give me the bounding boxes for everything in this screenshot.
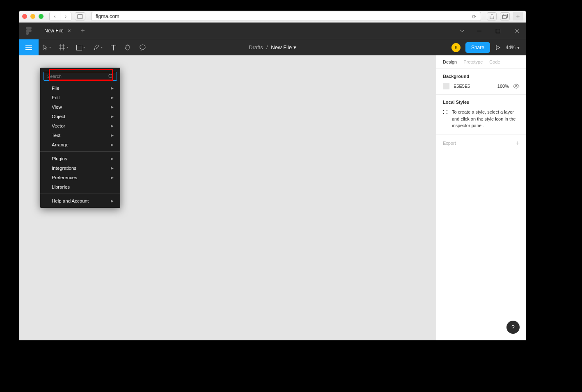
menu-search-box[interactable] (44, 72, 117, 81)
nav-buttons: ‹ › (49, 12, 71, 21)
chevron-right-icon: ▶ (111, 199, 114, 203)
figma-logo-icon[interactable] (19, 27, 39, 35)
menu-item-vector[interactable]: Vector▶ (40, 121, 120, 130)
hamburger-icon (25, 45, 32, 50)
menu-item-arrange[interactable]: Arrange▶ (40, 140, 120, 149)
local-styles-section: Local Styles To create a style, select a… (436, 95, 526, 134)
close-window-dot[interactable] (22, 14, 27, 19)
close-tab-icon[interactable]: × (68, 27, 71, 34)
breadcrumb-current[interactable]: New File▾ (271, 44, 296, 50)
close-icon[interactable] (507, 23, 526, 39)
menu-separator (40, 194, 120, 194)
menu-item-plugins[interactable]: Plugins▶ (40, 154, 120, 163)
chevron-right-icon: ▶ (111, 175, 114, 180)
menu-item-integrations[interactable]: Integrations▶ (40, 163, 120, 173)
add-export-icon[interactable]: + (516, 139, 520, 147)
new-tab-browser-button[interactable]: + (513, 12, 523, 21)
breadcrumb: Drafts / New File▾ (249, 44, 296, 50)
tab-prototype[interactable]: Prototype (463, 59, 483, 64)
move-tool[interactable]: ▾ (39, 39, 55, 56)
main-menu-button[interactable] (19, 39, 39, 56)
svg-rect-4 (477, 31, 481, 31)
svg-rect-6 (77, 45, 82, 50)
svg-point-3 (29, 30, 32, 32)
frame-tool[interactable]: ▾ (55, 39, 72, 56)
main-menu-dropdown: File▶Edit▶View▶Object▶Vector▶Text▶Arrang… (40, 68, 120, 208)
text-tool[interactable] (107, 39, 120, 56)
menu-item-help-and-account[interactable]: Help and Account▶ (40, 196, 120, 205)
styles-grid-icon (443, 109, 448, 129)
chevron-right-icon: ▶ (111, 143, 114, 147)
svg-rect-2 (502, 16, 506, 19)
menu-item-text[interactable]: Text▶ (40, 130, 120, 140)
traffic-lights (22, 14, 44, 19)
tabs-browser-icon[interactable] (500, 12, 510, 21)
pen-tool[interactable]: ▾ (89, 39, 107, 56)
help-button[interactable]: ? (506, 321, 520, 334)
chevron-right-icon: ▶ (111, 157, 114, 161)
share-browser-icon[interactable] (487, 12, 497, 21)
menu-item-object[interactable]: Object▶ (40, 112, 120, 121)
svg-point-8 (443, 110, 444, 111)
menu-item-libraries[interactable]: Libraries (40, 182, 120, 191)
background-hex[interactable]: E5E5E5 (454, 84, 493, 89)
right-panel: Design Prototype Code Background E5E5E5 … (436, 55, 526, 340)
zoom-control[interactable]: 44%▾ (506, 45, 520, 50)
chevron-down-icon: ▾ (101, 46, 103, 49)
svg-rect-0 (78, 14, 83, 18)
menu-item-file[interactable]: File▶ (40, 83, 120, 93)
avatar[interactable]: E (451, 43, 461, 52)
new-tab-button[interactable]: + (77, 27, 89, 34)
menu-search-input[interactable] (47, 74, 108, 79)
chevron-down-icon: ▾ (293, 44, 296, 50)
forward-button[interactable]: › (60, 12, 71, 21)
hand-tool[interactable] (120, 39, 135, 56)
background-section: Background E5E5E5 100% (436, 69, 526, 95)
breadcrumb-parent[interactable]: Drafts (249, 44, 263, 50)
svg-point-10 (443, 113, 444, 114)
chevron-right-icon: ▶ (111, 114, 114, 119)
maximize-icon[interactable] (488, 23, 507, 39)
refresh-icon[interactable]: ⟳ (472, 14, 477, 20)
chevron-right-icon: ▶ (111, 105, 114, 109)
file-tab[interactable]: New File × (39, 23, 77, 39)
sidebar-toggle-icon[interactable] (75, 12, 85, 21)
background-swatch[interactable] (443, 83, 449, 89)
tab-design[interactable]: Design (443, 59, 457, 64)
tab-code[interactable]: Code (489, 59, 500, 64)
chevron-right-icon: ▶ (111, 133, 114, 137)
share-button[interactable]: Share (465, 42, 490, 53)
panel-tabs: Design Prototype Code (436, 55, 526, 69)
chevron-right-icon: ▶ (111, 124, 114, 128)
menu-item-edit[interactable]: Edit▶ (40, 93, 120, 102)
chevron-down-icon: ▾ (83, 46, 85, 49)
breadcrumb-separator: / (266, 44, 268, 50)
local-styles-title: Local Styles (443, 100, 520, 105)
background-title: Background (443, 74, 520, 79)
menu-item-view[interactable]: View▶ (40, 102, 120, 112)
chevron-right-icon: ▶ (111, 166, 114, 170)
present-button[interactable] (495, 45, 501, 50)
minimize-window-dot[interactable] (30, 14, 35, 19)
svg-point-11 (447, 113, 447, 114)
back-button[interactable]: ‹ (50, 12, 60, 21)
comment-tool[interactable] (135, 39, 150, 56)
tab-title: New File (44, 28, 64, 34)
shape-tool[interactable]: ▾ (72, 39, 89, 56)
chevron-down-icon: ▾ (66, 46, 68, 49)
search-icon (108, 74, 113, 79)
window-dropdown-icon[interactable] (455, 23, 470, 39)
export-label: Export (443, 141, 456, 146)
menu-item-preferences[interactable]: Preferences▶ (40, 173, 120, 182)
toolbar: ▾ ▾ ▾ ▾ Drafts / New File▾ E Share 44%▾ (19, 39, 526, 55)
background-opacity[interactable]: 100% (497, 84, 509, 89)
svg-point-12 (109, 74, 112, 77)
svg-point-9 (447, 110, 447, 111)
browser-chrome: ‹ › figma.com ⟳ + (19, 11, 526, 23)
url-bar[interactable]: figma.com ⟳ (91, 12, 481, 21)
minimize-icon[interactable] (470, 23, 488, 39)
svg-point-7 (516, 85, 517, 87)
export-section[interactable]: Export + (436, 134, 526, 152)
visibility-toggle-icon[interactable] (513, 84, 520, 89)
maximize-window-dot[interactable] (39, 14, 44, 19)
